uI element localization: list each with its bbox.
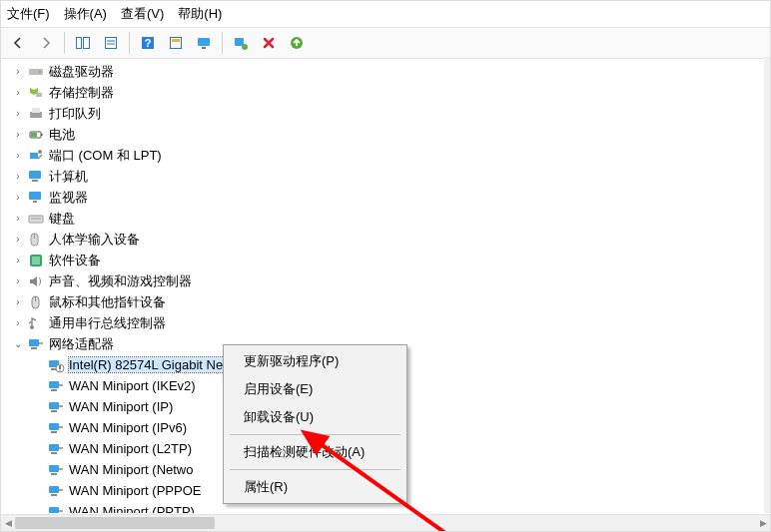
expand-icon[interactable]: › xyxy=(11,233,25,247)
svg-rect-60 xyxy=(49,486,59,493)
scroll-thumb[interactable] xyxy=(15,517,215,529)
expand-icon[interactable]: › xyxy=(11,254,25,267)
tree-item[interactable]: ›鼠标和其他指针设备 xyxy=(11,291,764,312)
svg-rect-1 xyxy=(84,38,90,49)
svg-rect-52 xyxy=(51,431,57,433)
svg-rect-11 xyxy=(235,38,244,46)
expand-icon[interactable]: › xyxy=(11,316,25,330)
tree-item-label: 声音、视频和游戏控制器 xyxy=(49,272,192,290)
help-button[interactable]: ? xyxy=(135,30,161,56)
tree-item[interactable]: ›端口 (COM 和 LPT) xyxy=(11,145,764,166)
net-icon xyxy=(47,398,69,416)
toolbar-button-6[interactable] xyxy=(163,30,189,56)
scroll-left-button[interactable]: ◀ xyxy=(1,515,15,531)
tree-item-label: WAN Miniport (Netwo xyxy=(69,462,193,477)
tree-item-label: 鼠标和其他指针设备 xyxy=(49,293,166,311)
menu-view[interactable]: 查看(V) xyxy=(121,5,164,23)
collapse-icon[interactable]: ⌄ xyxy=(11,337,25,351)
expand-icon xyxy=(31,358,45,372)
svg-rect-0 xyxy=(77,38,82,49)
tree-item[interactable]: ›电池 xyxy=(11,124,764,145)
tree-item-label: 通用串行总线控制器 xyxy=(49,314,166,332)
expand-icon[interactable]: › xyxy=(11,149,25,163)
sound-icon xyxy=(27,272,49,290)
tree-item[interactable]: ›存储控制器 xyxy=(11,82,764,103)
svg-point-12 xyxy=(242,44,248,50)
tree-item-label: 端口 (COM 和 LPT) xyxy=(49,147,162,165)
net-icon xyxy=(47,377,69,395)
tree-item-label: 存储控制器 xyxy=(49,84,114,102)
battery-icon xyxy=(27,126,49,144)
tree-item[interactable]: ›打印队列 xyxy=(11,103,764,124)
svg-rect-55 xyxy=(51,452,57,454)
connect-button[interactable] xyxy=(228,30,254,56)
expand-icon[interactable]: › xyxy=(11,295,25,309)
tree-item-label: 软件设备 xyxy=(49,252,101,269)
toolbar: ? xyxy=(1,27,770,59)
expand-icon xyxy=(31,484,45,498)
svg-rect-2 xyxy=(106,38,117,49)
monitor-button[interactable] xyxy=(191,30,217,56)
svg-rect-51 xyxy=(49,423,59,430)
tree-item[interactable]: ›磁盘驱动器 xyxy=(11,61,764,82)
context-update[interactable]: 更新驱动程序(P) xyxy=(226,347,404,375)
uninstall-button[interactable] xyxy=(256,30,282,56)
tree-item-label: WAN Miniport (IPv6) xyxy=(69,420,187,435)
expand-icon[interactable]: › xyxy=(11,65,25,79)
svg-rect-9 xyxy=(198,38,210,46)
svg-rect-28 xyxy=(33,201,37,203)
tree-item[interactable]: ›监视器 xyxy=(11,187,764,208)
back-button[interactable] xyxy=(5,30,31,56)
tree-item[interactable]: ›计算机 xyxy=(11,166,764,187)
mouse-icon xyxy=(27,293,49,311)
svg-rect-48 xyxy=(49,402,59,409)
svg-rect-58 xyxy=(51,473,57,475)
tree-item[interactable]: ›通用串行总线控制器 xyxy=(11,312,764,333)
svg-rect-26 xyxy=(32,180,38,182)
monitor-icon xyxy=(27,189,49,207)
menu-help[interactable]: 帮助(H) xyxy=(178,5,222,23)
tree-item[interactable]: ›声音、视频和游戏控制器 xyxy=(11,270,764,291)
svg-rect-25 xyxy=(29,171,41,179)
context-uninstall[interactable]: 卸载设备(U) xyxy=(226,403,404,431)
net-icon xyxy=(47,440,69,458)
tree-item-label: 磁盘驱动器 xyxy=(49,63,114,81)
context-props[interactable]: 属性(R) xyxy=(226,473,404,501)
horizontal-scrollbar[interactable]: ◀ ▶ xyxy=(1,514,770,531)
tree-item-label: 网络适配器 xyxy=(49,335,114,353)
expand-icon[interactable]: › xyxy=(11,86,25,100)
install-button[interactable] xyxy=(284,30,310,56)
expand-icon xyxy=(31,505,45,514)
expand-icon[interactable]: › xyxy=(11,128,25,142)
tree-item[interactable]: ›软件设备 xyxy=(11,250,764,270)
expand-icon[interactable]: › xyxy=(11,170,25,184)
vertical-scrollbar[interactable] xyxy=(764,57,770,513)
tree-item[interactable]: ›人体学输入设备 xyxy=(11,229,764,250)
menu-action[interactable]: 操作(A) xyxy=(64,5,107,23)
svg-rect-57 xyxy=(49,465,59,472)
context-scan[interactable]: 扫描检测硬件改动(A) xyxy=(226,438,404,466)
expand-icon[interactable]: › xyxy=(11,212,25,226)
tree-item[interactable]: ›键盘 xyxy=(11,208,764,229)
context-enable[interactable]: 启用设备(E) xyxy=(226,375,404,403)
properties-button[interactable] xyxy=(98,30,124,56)
expand-icon[interactable]: › xyxy=(11,107,25,121)
printq-icon xyxy=(27,105,49,123)
console-tree-button[interactable] xyxy=(70,30,96,56)
expand-icon[interactable]: › xyxy=(11,274,25,288)
svg-rect-21 xyxy=(31,133,37,137)
network-icon xyxy=(27,335,49,353)
port-icon xyxy=(27,147,49,165)
svg-rect-38 xyxy=(29,339,39,346)
context-separator xyxy=(230,469,400,470)
context-separator xyxy=(230,434,400,435)
menu-file[interactable]: 文件(F) xyxy=(7,5,50,23)
tree-item-label: 计算机 xyxy=(49,168,88,186)
disk-icon xyxy=(27,63,49,81)
svg-rect-8 xyxy=(172,39,180,42)
forward-button[interactable] xyxy=(33,30,59,56)
expand-icon[interactable]: › xyxy=(11,191,25,205)
expand-icon xyxy=(31,442,45,456)
scroll-right-button[interactable]: ▶ xyxy=(756,515,770,531)
svg-text:?: ? xyxy=(145,37,152,49)
